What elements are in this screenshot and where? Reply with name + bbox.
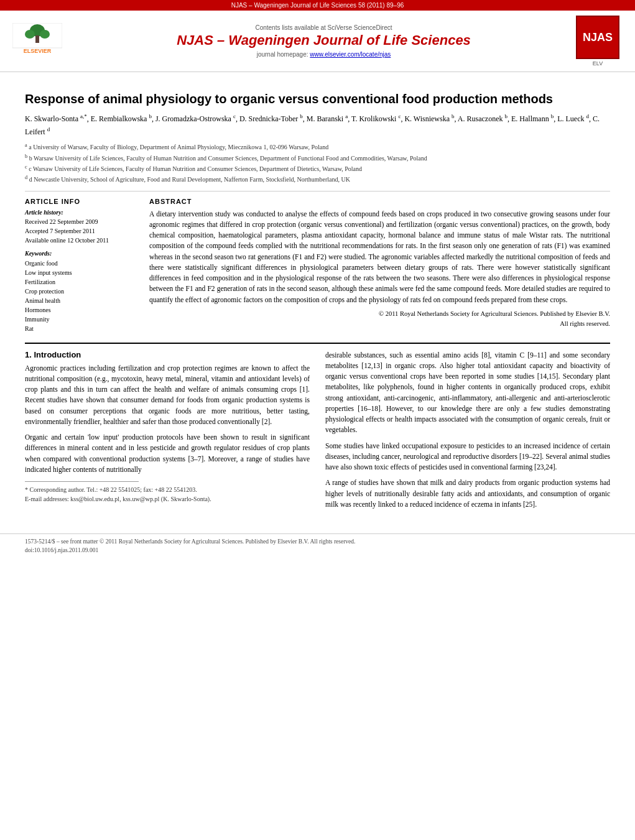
abstract-text: A dietary intervention study was conduct… [149, 209, 610, 305]
intro-para-1: Agronomic practices including fertilizat… [25, 363, 310, 428]
journal-center: Contents lists available at SciVerse Sci… [75, 24, 573, 58]
svg-rect-4 [35, 35, 39, 43]
journal-citation: NJAS – Wageningen Journal of Life Scienc… [231, 2, 404, 9]
footer-doi: doi:10.1016/j.njas.2011.09.001 [25, 546, 610, 555]
authors-text: K. Skwarlo-Sonta a,*, E. Rembialkowska b… [25, 114, 600, 136]
intro-para-3: desirable substances, such as essential … [325, 350, 610, 436]
elsevier-logo: ELSEVIER [12, 23, 62, 60]
intro-heading: 1. Introduction [25, 350, 310, 359]
keyword-4: Animal health [25, 296, 137, 305]
journal-header: ELSEVIER Contents lists available at Sci… [0, 11, 635, 72]
affiliations: a a University of Warsaw, Faculty of Bio… [25, 142, 610, 184]
footnote-divider [25, 481, 139, 482]
elv-text: ELV [593, 60, 603, 67]
body-right: desirable substances, such as essential … [325, 350, 610, 515]
keyword-2: Fertilization [25, 277, 137, 287]
affiliation-c: c c Warsaw University of Life Sciences, … [25, 164, 610, 173]
footer-issn: 1573-5214/$ – see front matter © 2011 Ro… [25, 537, 610, 546]
copyright-text: © 2011 Royal Netherlands Society for Agr… [149, 309, 610, 329]
affiliation-b: b b Warsaw University of Life Sciences, … [25, 153, 610, 163]
homepage-url[interactable]: www.elsevier.com/locate/njas [310, 51, 391, 58]
article-title: Response of animal physiology to organic… [25, 91, 610, 107]
body-content: 1. Introduction Agronomic practices incl… [25, 350, 610, 515]
abstract-section: ABSTRACT A dietary intervention study wa… [149, 198, 610, 333]
sciverse-text: Contents lists available at SciVerse Sci… [75, 24, 573, 31]
footnote-corresponding: * Corresponding author. Tel.: +48 22 554… [25, 485, 310, 494]
intro-para-2: Organic and certain 'low input' producti… [25, 432, 310, 475]
article-info: ARTICLE INFO Article history: Received 2… [25, 198, 137, 333]
available-online: Available online 12 October 2011 [25, 236, 137, 245]
received: Received 22 September 2009 [25, 218, 137, 226]
keywords-label: Keywords: [25, 250, 137, 257]
keyword-0: Organic food [25, 259, 137, 268]
footnote-email: E-mail addresses: kss@biol.uw.edu.pl, ks… [25, 494, 310, 504]
body-left: 1. Introduction Agronomic practices incl… [25, 350, 310, 515]
keyword-1: Low input systems [25, 268, 137, 277]
njas-logo: NJAS [576, 16, 619, 59]
history-label: Article history: [25, 209, 137, 216]
accepted: Accepted 7 September 2011 [25, 227, 137, 236]
page-footer: 1573-5214/$ – see front matter © 2011 Ro… [0, 533, 635, 558]
svg-point-2 [25, 30, 35, 39]
intro-para-4: Some studies have linked occupational ex… [325, 441, 610, 473]
divider-thick [25, 343, 610, 344]
keyword-7: Rat [25, 324, 137, 333]
divider-1 [25, 191, 610, 192]
article-info-label: ARTICLE INFO [25, 198, 137, 205]
svg-text:ELSEVIER: ELSEVIER [24, 48, 52, 54]
abstract-label: ABSTRACT [149, 198, 610, 205]
journal-title: NJAS – Wageningen Journal of Life Scienc… [75, 32, 573, 48]
affiliation-d: d d Newcastle University, School of Agri… [25, 174, 610, 184]
keywords-list: Organic food Low input systems Fertiliza… [25, 259, 137, 333]
affiliation-a: a a University of Warsaw, Faculty of Bio… [25, 142, 610, 152]
homepage-label: journal homepage: [257, 51, 308, 58]
svg-point-3 [40, 30, 50, 39]
top-bar: NJAS – Wageningen Journal of Life Scienc… [0, 0, 635, 11]
njas-logo-box: NJAS ELV [573, 16, 623, 67]
keyword-3: Crop protection [25, 287, 137, 296]
main-content: Response of animal physiology to organic… [0, 72, 635, 527]
authors: K. Skwarlo-Sonta a,*, E. Rembialkowska b… [25, 112, 610, 138]
keyword-6: Immunity [25, 315, 137, 324]
journal-homepage: journal homepage: www.elsevier.com/locat… [75, 51, 573, 58]
article-info-abstract: ARTICLE INFO Article history: Received 2… [25, 198, 610, 333]
keyword-5: Hormones [25, 305, 137, 315]
intro-para-5: A range of studies have shown that milk … [325, 478, 610, 510]
